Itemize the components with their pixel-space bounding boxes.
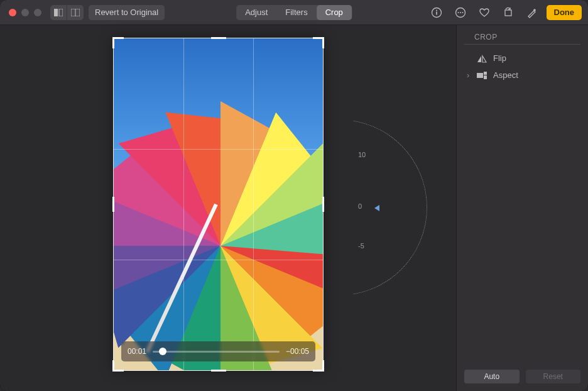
reset-crop-button[interactable]: Reset xyxy=(526,370,581,383)
chevron-right-icon: › xyxy=(467,70,472,80)
crop-handle-t[interactable] xyxy=(211,37,226,39)
revert-button[interactable]: Revert to Original xyxy=(89,5,165,20)
svg-rect-6 xyxy=(436,11,437,14)
crop-stage[interactable]: 00:01 −00:05 xyxy=(113,38,324,371)
trim-track[interactable] xyxy=(153,351,280,353)
done-button[interactable]: Done xyxy=(547,5,582,20)
svg-point-10 xyxy=(462,12,463,13)
svg-rect-13 xyxy=(484,72,487,75)
grid-view-icon[interactable] xyxy=(50,5,67,20)
crop-handle-tr[interactable] xyxy=(313,37,324,48)
sidebar-title: CROP xyxy=(464,25,580,45)
video-trim-bar[interactable]: 00:01 −00:05 xyxy=(121,341,315,361)
info-icon[interactable] xyxy=(427,5,446,20)
svg-rect-1 xyxy=(59,9,63,16)
grid-line xyxy=(114,149,323,150)
svg-rect-11 xyxy=(505,10,511,16)
favorite-icon[interactable] xyxy=(475,5,494,20)
crop-handle-r[interactable] xyxy=(322,197,324,212)
crop-handle-b[interactable] xyxy=(211,370,226,372)
svg-point-5 xyxy=(436,9,437,11)
rotate-icon[interactable] xyxy=(499,5,518,20)
crop-frame[interactable]: 00:01 −00:05 xyxy=(113,38,324,371)
grid-line xyxy=(114,260,323,260)
aspect-button[interactable]: › Aspect xyxy=(457,67,588,84)
photo-preview xyxy=(114,38,323,370)
crop-handle-bl[interactable] xyxy=(112,360,124,372)
crop-sidebar: CROP Flip › Aspect Auto Reset xyxy=(456,25,588,391)
toolbar: Revert to Original Adjust Filters Crop D… xyxy=(0,0,588,25)
crop-handle-br[interactable] xyxy=(313,360,324,372)
more-icon[interactable] xyxy=(451,5,470,20)
main-area: 00:01 −00:05 10 0 -5 CROP xyxy=(0,25,588,391)
auto-crop-button[interactable]: Auto xyxy=(464,370,520,383)
layout-toggle[interactable] xyxy=(50,5,84,20)
grid-line xyxy=(183,38,184,370)
close-window-icon[interactable] xyxy=(9,9,16,16)
flip-label: Flip xyxy=(493,53,506,63)
tab-adjust[interactable]: Adjust xyxy=(236,5,276,20)
window-controls xyxy=(9,9,41,16)
zoom-window-icon[interactable] xyxy=(34,9,41,16)
svg-rect-12 xyxy=(477,73,483,78)
toolbar-right: Done xyxy=(427,5,582,20)
tab-crop[interactable]: Crop xyxy=(317,5,352,20)
trim-playhead[interactable] xyxy=(159,348,166,355)
tab-filters[interactable]: Filters xyxy=(276,5,316,20)
umbrella-graphic xyxy=(114,101,323,370)
canvas-area: 00:01 −00:05 10 0 -5 xyxy=(0,25,456,391)
aspect-label: Aspect xyxy=(493,70,518,80)
grid-line xyxy=(253,38,254,370)
edit-mode-tabs: Adjust Filters Crop xyxy=(236,5,352,20)
dial-tick: -5 xyxy=(358,242,364,250)
aspect-icon xyxy=(477,72,487,79)
svg-rect-14 xyxy=(484,75,487,79)
svg-point-8 xyxy=(457,12,459,13)
trim-remaining: −00:05 xyxy=(286,347,309,356)
crop-handle-l[interactable] xyxy=(112,197,114,212)
dial-tick-current: 0 xyxy=(358,202,362,210)
flip-icon xyxy=(477,54,487,63)
minimize-window-icon[interactable] xyxy=(21,9,29,16)
split-view-icon[interactable] xyxy=(67,5,84,20)
dial-pointer-icon[interactable] xyxy=(374,205,379,211)
crop-handle-tl[interactable] xyxy=(112,37,124,48)
svg-point-9 xyxy=(460,12,461,13)
straighten-dial[interactable]: 10 0 -5 xyxy=(327,132,389,283)
flip-button[interactable]: Flip xyxy=(457,50,588,67)
dial-tick: 10 xyxy=(358,151,366,158)
trim-elapsed: 00:01 xyxy=(128,347,146,356)
svg-rect-0 xyxy=(54,9,58,16)
sidebar-footer: Auto Reset xyxy=(457,362,588,391)
auto-enhance-icon[interactable] xyxy=(523,5,542,20)
